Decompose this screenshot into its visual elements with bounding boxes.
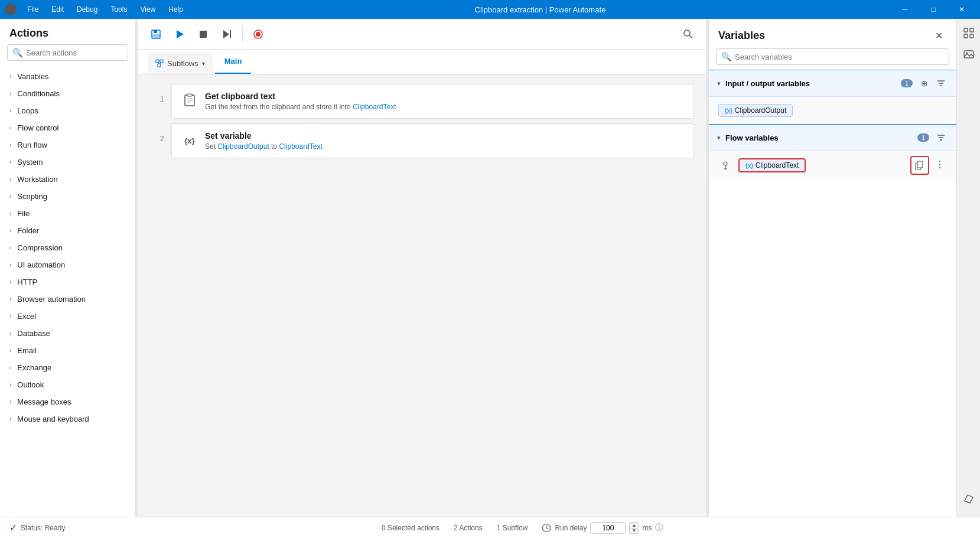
more-options-button[interactable]: ⋮: [932, 156, 948, 172]
action-item-workstation[interactable]: › Workstation: [0, 171, 135, 188]
action-item-outlook[interactable]: › Outlook: [0, 376, 135, 393]
action-item-scripting[interactable]: › Scripting: [0, 188, 135, 205]
search-actions-input[interactable]: [26, 48, 123, 57]
filter-io-button[interactable]: [934, 76, 948, 90]
tools-side-icon[interactable]: [959, 24, 978, 43]
action-item-excel[interactable]: › Excel: [0, 308, 135, 325]
subflows-bar: Subflows ▾ Main: [138, 50, 706, 74]
clipboard-text-chip[interactable]: {x} ClipboardText: [738, 158, 806, 172]
subflows-button[interactable]: Subflows ▾: [148, 53, 213, 74]
action-item-system[interactable]: › System: [0, 154, 135, 171]
svg-rect-11: [156, 60, 159, 63]
search-variables-input[interactable]: [735, 53, 944, 61]
toolbar: [138, 19, 706, 50]
action-item-loops[interactable]: › Loops: [0, 102, 135, 119]
input-output-section: ▾ Input / output variables 1 ⊕ {x} Clipb…: [709, 70, 956, 124]
actions-list: › Variables › Conditionals › Loops › Flo…: [0, 66, 135, 517]
action-item-email[interactable]: › Email: [0, 342, 135, 359]
flow-vars-section-title: Flow variables: [725, 133, 914, 142]
run-delay-box: Run delay ▲ ▼ ms ⓘ: [542, 522, 663, 534]
step-next-button[interactable]: [216, 24, 237, 45]
chevron-icon: ›: [9, 416, 11, 422]
flow-variables-header[interactable]: ▾ Flow variables 1: [709, 125, 956, 151]
window-title: Clipboard extraction | Power Automate: [189, 5, 891, 14]
menu-file[interactable]: File: [21, 3, 44, 16]
action-item-folder[interactable]: › Folder: [0, 222, 135, 239]
io-variables-content: {x} ClipboardOutput: [709, 97, 956, 124]
svg-rect-32: [917, 161, 923, 168]
record-button[interactable]: [248, 24, 269, 45]
window-controls: ─ □ ✕: [891, 0, 975, 19]
run-delay-down[interactable]: ▼: [629, 528, 639, 534]
filter-flow-vars-button[interactable]: [934, 131, 948, 145]
add-io-variable-button[interactable]: ⊕: [917, 76, 932, 90]
action-item-exchange[interactable]: › Exchange: [0, 359, 135, 376]
action-item-ui-automation[interactable]: › UI automation: [0, 256, 135, 273]
step-1-desc: Get the text from the clipboard and stor…: [205, 103, 684, 111]
stop-button[interactable]: [193, 24, 214, 45]
menu-tools[interactable]: Tools: [105, 3, 133, 16]
svg-rect-6: [230, 30, 231, 38]
flow-vars-count: 1: [917, 133, 929, 142]
chevron-icon: ›: [9, 107, 11, 114]
clipboard-output-var-link[interactable]: ClipboardOutput: [217, 142, 269, 151]
run-delay-up[interactable]: ▲: [629, 522, 639, 528]
chevron-icon: ›: [9, 193, 11, 200]
run-delay-spinner[interactable]: ▲ ▼: [629, 522, 639, 534]
step-number-1: 1: [150, 84, 171, 103]
minimize-button[interactable]: ─: [891, 0, 919, 19]
run-button[interactable]: [169, 24, 190, 45]
svg-line-42: [546, 528, 548, 529]
svg-rect-18: [187, 94, 192, 96]
step-2-content: Set variable Set ClipboardOutput to Clip…: [205, 131, 684, 151]
action-item-variables[interactable]: › Variables: [0, 68, 135, 85]
variables-close-button[interactable]: ✕: [930, 27, 947, 44]
search-variables-box[interactable]: 🔍: [716, 48, 949, 65]
flow-variables-content: {x} ClipboardText ⋮: [709, 151, 956, 180]
copy-variable-button[interactable]: [910, 156, 929, 175]
var-action-buttons: ⋮: [910, 156, 948, 175]
action-item-database[interactable]: › Database: [0, 325, 135, 342]
action-item-compression[interactable]: › Compression: [0, 239, 135, 256]
status-icon: ✓: [9, 522, 17, 533]
clipboard-text-var-link[interactable]: ClipboardText: [353, 103, 396, 111]
step-card-1[interactable]: Get clipboard text Get the text from the…: [171, 84, 694, 119]
action-item-flow-control[interactable]: › Flow control: [0, 119, 135, 136]
step-number-2: 2: [150, 123, 171, 143]
action-item-browser-automation[interactable]: › Browser automation: [0, 291, 135, 308]
action-label: File: [17, 209, 30, 218]
search-actions-box[interactable]: 🔍: [7, 44, 128, 61]
maximize-button[interactable]: □: [920, 0, 947, 19]
clipboard-output-chip[interactable]: {x} ClipboardOutput: [718, 104, 793, 117]
run-delay-input[interactable]: [590, 522, 626, 534]
save-button[interactable]: [145, 24, 167, 45]
menu-view[interactable]: View: [134, 3, 161, 16]
action-label: Workstation: [17, 175, 57, 184]
action-item-file[interactable]: › File: [0, 205, 135, 222]
clipboard-text-label: ClipboardText: [756, 161, 799, 169]
step-2-title: Set variable: [205, 131, 684, 141]
input-output-header[interactable]: ▾ Input / output variables 1 ⊕: [709, 70, 956, 97]
action-item-run-flow[interactable]: › Run flow: [0, 136, 135, 154]
canvas-search-button[interactable]: [678, 24, 699, 45]
close-button[interactable]: ✕: [948, 0, 975, 19]
canvas-area: Subflows ▾ Main 1 Get clipboard text Get…: [138, 19, 706, 517]
menu-edit[interactable]: Edit: [45, 3, 70, 16]
actions-panel: Actions 🔍 › Variables › Conditionals › L…: [0, 19, 136, 517]
subflows-dropdown-icon: ▾: [202, 60, 205, 67]
step-2-desc: Set ClipboardOutput to ClipboardText: [205, 142, 684, 151]
action-item-message-boxes[interactable]: › Message boxes: [0, 393, 135, 410]
eraser-side-icon[interactable]: [959, 488, 978, 507]
action-item-mouse-keyboard[interactable]: › Mouse and keyboard: [0, 410, 135, 428]
step-card-2[interactable]: {x} Set variable Set ClipboardOutput to …: [171, 123, 694, 158]
pin-variable-button[interactable]: [717, 157, 734, 174]
menu-debug[interactable]: Debug: [71, 3, 103, 16]
main-tab[interactable]: Main: [215, 49, 252, 74]
action-item-http[interactable]: › HTTP: [0, 273, 135, 291]
menu-help[interactable]: Help: [162, 3, 189, 16]
clipboard-text-link2[interactable]: ClipboardText: [279, 142, 322, 151]
action-label: Flow control: [17, 123, 58, 132]
action-item-conditionals[interactable]: › Conditionals: [0, 85, 135, 102]
ms-label: ms: [642, 524, 652, 532]
image-side-icon[interactable]: [959, 45, 978, 64]
